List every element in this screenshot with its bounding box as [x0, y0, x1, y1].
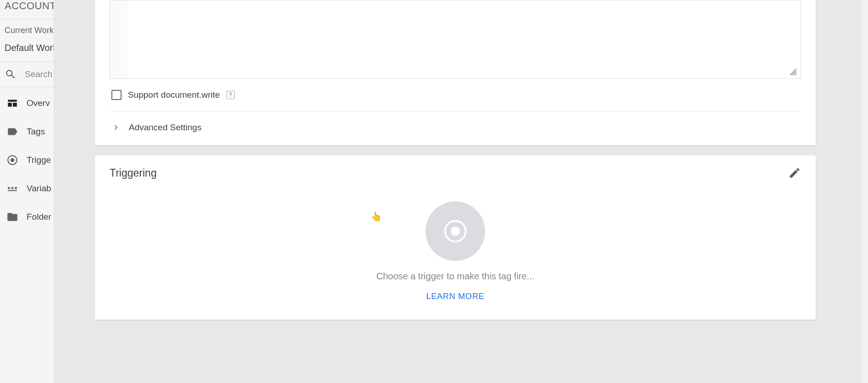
- edit-triggering-button[interactable]: [788, 167, 801, 179]
- nav-variables-label: Variab: [27, 183, 51, 194]
- support-doc-write-checkbox[interactable]: [111, 90, 122, 100]
- code-body[interactable]: [127, 0, 801, 78]
- svg-point-3: [451, 227, 460, 236]
- triggering-header: Triggering: [110, 167, 801, 179]
- svg-point-1: [11, 158, 15, 162]
- trigger-circle-icon: [443, 219, 468, 244]
- pencil-icon: [788, 167, 801, 179]
- support-doc-write-label: Support document.write: [128, 90, 220, 100]
- add-trigger-button[interactable]: [426, 201, 485, 261]
- learn-more-link[interactable]: LEARN MORE: [426, 292, 484, 301]
- main-overlay: Support document.write ? Advanced Settin…: [54, 0, 868, 383]
- support-doc-write-row: Support document.write ?: [95, 79, 816, 111]
- variables-icon: [6, 183, 18, 194]
- advanced-settings-label: Advanced Settings: [129, 122, 201, 133]
- tag-icon: [6, 126, 18, 138]
- choose-trigger-text: Choose a trigger to make this tag fire..…: [376, 271, 535, 282]
- dashboard-icon: [6, 97, 18, 109]
- chevron-right-icon: [111, 123, 121, 132]
- nav-folders-label: Folder: [27, 212, 51, 222]
- nav-triggers-label: Trigge: [27, 155, 51, 165]
- nav-overview-label: Overv: [27, 98, 50, 108]
- nav-tags-label: Tags: [27, 127, 45, 137]
- advanced-settings-toggle[interactable]: Advanced Settings: [95, 111, 816, 145]
- panel-wrap: Support document.write ? Advanced Settin…: [95, 0, 816, 383]
- help-icon[interactable]: ?: [227, 91, 235, 99]
- resize-handle-icon[interactable]: [789, 67, 798, 77]
- scrollbar[interactable]: [862, 0, 868, 383]
- html-code-editor[interactable]: [110, 0, 801, 79]
- trigger-icon: [6, 154, 18, 166]
- triggering-title: Triggering: [110, 167, 157, 179]
- code-gutter: [110, 0, 127, 78]
- triggering-card: Triggering Choose a trigger to make this…: [95, 155, 816, 320]
- tag-configuration-card: Support document.write ? Advanced Settin…: [95, 0, 816, 145]
- search-icon: [5, 68, 17, 80]
- folder-icon: [6, 211, 18, 223]
- search-placeholder: Search: [25, 69, 52, 79]
- triggering-empty-state: Choose a trigger to make this tag fire..…: [110, 179, 801, 301]
